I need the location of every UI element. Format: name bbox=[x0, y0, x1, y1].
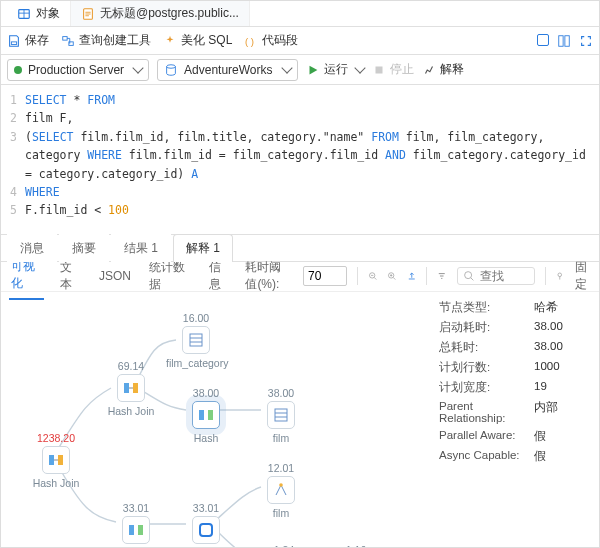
svg-line-18 bbox=[393, 278, 395, 280]
svg-line-14 bbox=[374, 278, 376, 280]
line-number: 4 bbox=[9, 183, 25, 201]
svg-rect-5 bbox=[63, 36, 67, 40]
svg-rect-11 bbox=[375, 66, 382, 73]
plan-node-film2[interactable]: 12.01 film bbox=[251, 462, 311, 519]
tab-messages[interactable]: 消息 bbox=[7, 234, 57, 262]
fullscreen-icon[interactable] bbox=[579, 34, 593, 48]
plan-node-filmcategory[interactable]: 16.00 film_category bbox=[166, 312, 226, 369]
svg-rect-25 bbox=[124, 383, 129, 393]
tab-untitled-label: 无标题@postgres.public... bbox=[100, 5, 239, 22]
line-number: 5 bbox=[9, 201, 25, 219]
database-name: AdventureWorks bbox=[184, 63, 272, 77]
prop-value: 38.00 bbox=[534, 340, 563, 355]
pin-icon[interactable] bbox=[555, 269, 565, 283]
prop-key: Async Capable: bbox=[439, 449, 534, 464]
plan-node-film1[interactable]: 38.00 film bbox=[251, 387, 311, 444]
stop-button[interactable]: 停止 bbox=[372, 61, 414, 78]
plan-node-hash-selected[interactable]: 38.00 Hash bbox=[176, 387, 236, 444]
plan-node-nestedloop[interactable]: 33.01 Nested Loop bbox=[176, 502, 236, 548]
sql-editor[interactable]: 1SELECT * FROM 2film F, 3(SELECT film.fi… bbox=[1, 85, 599, 234]
explain-toolbar: 耗时阈值(%): 固定 bbox=[245, 259, 591, 293]
explain-label: 解释 bbox=[440, 61, 464, 78]
database-select[interactable]: AdventureWorks bbox=[157, 59, 297, 81]
plan-canvas[interactable]: 1238.20 Hash Join 69.14 Hash Join 16.00 … bbox=[1, 292, 429, 548]
server-select[interactable]: Production Server bbox=[7, 59, 149, 81]
node-cost: 38.00 bbox=[176, 387, 236, 399]
svg-text:( ): ( ) bbox=[245, 35, 254, 46]
svg-rect-9 bbox=[565, 35, 569, 46]
node-cost: 33.01 bbox=[176, 502, 236, 514]
prop-key: Parent Relationship: bbox=[439, 400, 534, 424]
line-number: 1 bbox=[9, 91, 25, 109]
prop-key: 计划行数: bbox=[439, 360, 534, 375]
result-tabs: 消息 摘要 结果 1 解释 1 bbox=[1, 234, 599, 262]
beautify-sql-button[interactable]: 美化 SQL bbox=[163, 32, 232, 49]
node-cost: 38.00 bbox=[251, 387, 311, 399]
query-builder-label: 查询创建工具 bbox=[79, 32, 151, 49]
explain-subtabs: 可视化 文本 JSON 统计数据 信息 耗时阈值(%): 固定 bbox=[1, 262, 599, 292]
explain-icon bbox=[422, 63, 436, 77]
layout-single-icon[interactable] bbox=[537, 34, 549, 46]
tab-explain-1[interactable]: 解释 1 bbox=[173, 234, 233, 262]
svg-rect-30 bbox=[199, 410, 204, 420]
code-line: SELECT * FROM bbox=[25, 91, 591, 109]
nestedloop-icon bbox=[197, 521, 215, 539]
subtab-json[interactable]: JSON bbox=[97, 263, 133, 289]
tab-untitled-query[interactable]: 无标题@postgres.public... bbox=[71, 1, 250, 26]
explain-button[interactable]: 解释 bbox=[422, 61, 464, 78]
plan-node-hashjoin[interactable]: 69.14 Hash Join bbox=[101, 360, 161, 417]
node-cost: 16.00 bbox=[166, 312, 226, 324]
prop-key: 总耗时: bbox=[439, 340, 534, 355]
plan-node-hash-bottom[interactable]: 33.01 Hash bbox=[106, 502, 166, 548]
document-tabs: 对象 无标题@postgres.public... bbox=[1, 1, 599, 27]
hashjoin-icon bbox=[122, 379, 140, 397]
threshold-input[interactable] bbox=[303, 266, 347, 286]
svg-point-19 bbox=[464, 272, 471, 279]
tab-summary[interactable]: 摘要 bbox=[59, 234, 109, 262]
export-icon[interactable] bbox=[407, 269, 417, 283]
status-dot-icon bbox=[14, 66, 22, 74]
table-scan-icon bbox=[272, 406, 290, 424]
node-label: Hash Join bbox=[101, 405, 161, 417]
prop-key: 计划宽度: bbox=[439, 380, 534, 395]
indexscan-icon bbox=[272, 481, 290, 499]
svg-rect-24 bbox=[58, 455, 63, 465]
prop-value: 1000 bbox=[534, 360, 560, 375]
svg-rect-32 bbox=[275, 409, 287, 421]
query-file-icon bbox=[81, 7, 95, 21]
plan-node-hashjoin-root[interactable]: 1238.20 Hash Join bbox=[26, 432, 86, 489]
plan-node-materialize[interactable]: 1.24 Materialize bbox=[254, 544, 314, 548]
separator bbox=[426, 267, 427, 285]
tab-objects[interactable]: 对象 bbox=[7, 1, 71, 26]
layout-split-icon[interactable] bbox=[557, 34, 571, 48]
svg-rect-4 bbox=[11, 41, 16, 44]
prop-value: 哈希 bbox=[534, 300, 558, 315]
svg-rect-27 bbox=[190, 334, 202, 346]
line-number: 3 bbox=[9, 128, 25, 183]
run-button[interactable]: 运行 bbox=[306, 61, 364, 78]
node-cost: 33.01 bbox=[106, 502, 166, 514]
hash-icon bbox=[127, 521, 145, 539]
node-label: film_category bbox=[166, 357, 226, 369]
code-label: 代码段 bbox=[262, 32, 298, 49]
toolbar: 保存 查询创建工具 美化 SQL ( ) 代码段 bbox=[1, 27, 599, 55]
save-button[interactable]: 保存 bbox=[7, 32, 49, 49]
code-line: WHERE bbox=[25, 183, 591, 201]
node-label: Hash bbox=[176, 432, 236, 444]
query-builder-button[interactable]: 查询创建工具 bbox=[61, 32, 151, 49]
code-snippet-button[interactable]: ( ) 代码段 bbox=[244, 32, 298, 49]
search-input[interactable] bbox=[480, 269, 530, 283]
filter-icon[interactable] bbox=[437, 269, 447, 283]
zoom-out-icon[interactable] bbox=[368, 269, 378, 283]
tab-result-1[interactable]: 结果 1 bbox=[111, 234, 171, 262]
prop-value: 内部 bbox=[534, 400, 558, 424]
node-label: film bbox=[251, 432, 311, 444]
search-field[interactable] bbox=[457, 267, 535, 285]
zoom-in-icon[interactable] bbox=[387, 269, 397, 283]
svg-rect-26 bbox=[133, 383, 138, 393]
svg-point-38 bbox=[279, 483, 283, 487]
svg-line-20 bbox=[470, 278, 473, 281]
save-icon bbox=[7, 34, 21, 48]
svg-rect-23 bbox=[49, 455, 54, 465]
plan-node-category[interactable]: 1.16 category bbox=[326, 544, 386, 548]
